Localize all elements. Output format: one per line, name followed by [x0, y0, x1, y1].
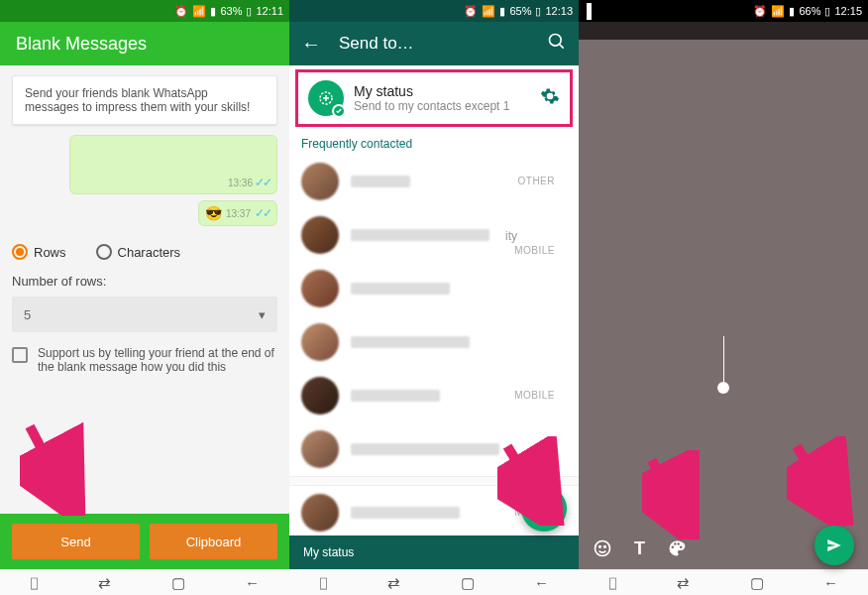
gear-icon[interactable] [540, 86, 560, 110]
avatar [301, 216, 339, 254]
back-icon[interactable]: ← [823, 574, 838, 591]
home-icon[interactable]: ▢ [171, 574, 185, 592]
signal-icon: ▮ [499, 5, 505, 18]
contact-type: OTHER [518, 176, 556, 186]
contact-name [351, 336, 470, 348]
app-bar: ← Send to… [289, 22, 579, 65]
avatar [301, 270, 339, 307]
clipboard-label: Clipboard [186, 535, 242, 549]
rows-dropdown[interactable]: 5 ▾ [12, 297, 277, 332]
divider [289, 476, 579, 486]
contact-type: MOBILE [514, 390, 555, 401]
recent-apps-icon[interactable]: ⌷ [319, 574, 328, 591]
signal-icon: ▮ [789, 5, 795, 18]
avatar [301, 494, 339, 532]
screen-body: Send your friends blank WhatsApp message… [0, 65, 289, 569]
status-bar: ⏰ 📶 ▮ 65% ▯ 12:13 [289, 0, 579, 22]
back-icon[interactable]: ← [245, 574, 260, 591]
checkbox-icon[interactable] [12, 347, 28, 363]
selection-bar: My status [289, 536, 579, 569]
recent-apps-icon[interactable]: ⌷ [608, 574, 617, 591]
android-navbar: ⌷ ⇄ ▢ ← [579, 569, 868, 595]
clock-text: 12:15 [834, 5, 862, 17]
text-cursor-icon [723, 336, 724, 386]
avatar [301, 163, 339, 200]
contact-sub: ity [505, 229, 517, 243]
rows-label: Number of rows: [12, 274, 277, 289]
radio-dot-icon [96, 244, 112, 260]
mode-radios: Rows Characters [12, 244, 277, 260]
android-navbar: ⌷ ⇄ ▢ ← [0, 569, 289, 595]
battery-icon: ▯ [535, 5, 541, 18]
support-checkbox-row[interactable]: Support us by telling your friend at the… [12, 346, 277, 374]
read-ticks-icon: ✓✓ [255, 206, 271, 220]
task-switch-icon[interactable]: ⇄ [387, 574, 400, 592]
blank-bubble-2: 😎 13:37 ✓✓ [198, 200, 277, 226]
task-switch-icon[interactable]: ⇄ [677, 574, 690, 592]
app-bar: Blank Messages [0, 22, 289, 65]
task-switch-icon[interactable]: ⇄ [98, 574, 111, 592]
bubble1-time: 13:36 [228, 178, 253, 188]
search-icon[interactable] [547, 32, 567, 57]
contact-row[interactable]: OTHER [289, 155, 579, 208]
svg-point-4 [599, 546, 601, 548]
emoji-icon[interactable] [593, 538, 612, 558]
wifi-icon: 📶 [482, 5, 495, 18]
svg-point-5 [604, 546, 606, 548]
back-icon[interactable]: ← [534, 574, 549, 591]
contacts-list[interactable]: OTHER ity MOBILE [289, 155, 579, 536]
palette-icon[interactable] [667, 538, 687, 558]
wifi-icon: 📶 [192, 5, 206, 18]
battery-icon: ▯ [824, 5, 830, 18]
radio-rows[interactable]: Rows [12, 244, 66, 260]
contact-name [351, 507, 460, 519]
cursor-handle-icon[interactable] [717, 382, 729, 394]
battery-icon: ▯ [246, 5, 252, 18]
status-bar: ▌ ⏰ 📶 ▮ 66% ▯ 12:15 [579, 0, 868, 22]
alarm-icon: ⏰ [753, 5, 767, 18]
contact-row[interactable]: MOBILE [289, 369, 579, 422]
svg-point-0 [550, 34, 562, 46]
back-arrow-icon[interactable]: ← [301, 33, 321, 56]
wifi-icon: 📶 [771, 5, 785, 18]
battery-text: 66% [799, 5, 820, 17]
status-subtitle: Send to my contacts except 1 [354, 99, 530, 113]
contact-row[interactable] [289, 422, 579, 476]
contact-row[interactable] [289, 315, 579, 369]
android-navbar: ⌷ ⇄ ▢ ← [289, 569, 579, 595]
radio-characters[interactable]: Characters [96, 244, 181, 260]
clipboard-button[interactable]: Clipboard [150, 524, 277, 559]
caret-down-icon: ▾ [259, 307, 266, 322]
clock-text: 12:13 [545, 5, 573, 17]
app-title: Blank Messages [16, 34, 147, 55]
battery-text: 65% [509, 5, 531, 17]
confirm-fab[interactable] [521, 486, 567, 532]
contact-name [351, 229, 489, 241]
send-button[interactable]: Send [12, 524, 140, 559]
radio-chars-label: Characters [118, 245, 181, 260]
send-status-fab[interactable] [814, 526, 854, 565]
home-icon[interactable]: ▢ [750, 574, 764, 592]
avatar [301, 430, 339, 468]
avatar [301, 377, 339, 415]
contact-name [351, 390, 440, 402]
signal-icon: ▮ [210, 5, 216, 18]
contact-type: MOBILE [514, 245, 555, 256]
contact-name [351, 176, 410, 187]
home-icon[interactable]: ▢ [461, 574, 475, 592]
contact-row[interactable] [289, 262, 579, 315]
title: Send to… [339, 34, 414, 54]
status-bar: ⏰ 📶 ▮ 63% ▯ 12:11 [0, 0, 289, 22]
bottom-buttons: Send Clipboard [0, 514, 289, 569]
status-avatar-icon [308, 80, 344, 116]
status-text-input[interactable]: T [579, 40, 868, 569]
text-font-icon[interactable]: T [634, 538, 645, 559]
my-status-row[interactable]: My status Send to my contacts except 1 [295, 69, 573, 127]
app-indicator-icon: ▌ [587, 3, 597, 19]
editor-toolbar: T [579, 528, 868, 569]
alarm-icon: ⏰ [464, 5, 478, 18]
recent-apps-icon[interactable]: ⌷ [30, 574, 39, 591]
battery-text: 63% [220, 5, 242, 17]
contact-row[interactable]: ity MOBILE [289, 208, 579, 262]
panel-blank-messages: ⏰ 📶 ▮ 63% ▯ 12:11 Blank Messages Send yo… [0, 0, 289, 595]
